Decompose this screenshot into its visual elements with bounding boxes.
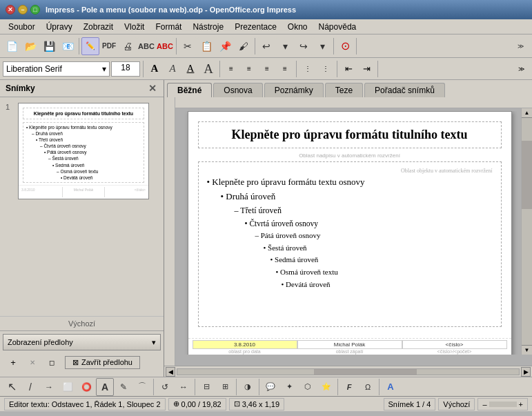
copy-button[interactable]: 📋 <box>197 37 215 55</box>
slide-canvas[interactable]: Klepněte pro úpravu formátu titulního te… <box>188 111 512 355</box>
draw-sep6 <box>379 379 380 395</box>
italic-button[interactable]: A <box>164 61 181 77</box>
textbox-button[interactable]: A <box>382 378 400 396</box>
line-button[interactable]: / <box>21 378 39 396</box>
special-button[interactable]: Ω <box>359 378 377 396</box>
tab-teze[interactable]: Teze <box>325 83 363 97</box>
paste-button[interactable]: 📌 <box>216 37 234 55</box>
minimize-button[interactable]: – <box>18 5 28 14</box>
freehand-button[interactable]: ✎ <box>115 378 132 396</box>
tab-bezne[interactable]: Běžné <box>167 83 212 97</box>
slide-thumb-1[interactable]: 1 Klepněte pro úpravu formátu titulního … <box>6 103 158 199</box>
more-button[interactable]: ≫ <box>511 37 529 55</box>
redo-button[interactable]: ↪ <box>295 37 313 55</box>
menu-prezentace[interactable]: Prezentace <box>229 21 282 33</box>
bullets-button[interactable]: ⋮ <box>317 61 334 77</box>
flowchart-button[interactable]: ⬡ <box>299 378 317 396</box>
font-name-select[interactable]: Liberation Serif ▾ <box>3 61 110 77</box>
more-fmt-button[interactable]: ≫ <box>513 61 529 77</box>
target-button[interactable]: ⊙ <box>336 37 354 55</box>
email-button[interactable]: 📧 <box>59 37 77 55</box>
rotate-button[interactable]: ↺ <box>156 378 174 396</box>
scroll-thumb-v[interactable] <box>522 141 532 209</box>
template-view-button[interactable]: ◻ <box>43 353 61 371</box>
align-right-button[interactable]: ≡ <box>259 61 275 77</box>
callout-button[interactable]: 💬 <box>262 378 279 396</box>
text-button[interactable]: A <box>96 378 114 396</box>
rectangle-button[interactable]: ⬜ <box>59 378 77 396</box>
tab-poradac[interactable]: Pořadač snímků <box>364 83 445 97</box>
zoom-increase-icon[interactable]: + <box>519 400 523 408</box>
scroll-thumb-h[interactable] <box>314 369 417 375</box>
save-button[interactable]: 💾 <box>40 37 58 55</box>
decrease-indent-button[interactable]: ⇤ <box>340 61 357 77</box>
font-size-select[interactable]: 18 <box>111 61 140 77</box>
underline-button[interactable]: A <box>182 61 199 77</box>
menu-nastroje[interactable]: Nástroje <box>187 21 229 33</box>
align-center-button[interactable]: ≡ <box>241 61 257 77</box>
format-paintbrush-button[interactable]: 🖌 <box>235 37 253 55</box>
menu-format[interactable]: Formát <box>150 21 187 33</box>
zoom-decrease-icon[interactable]: – <box>482 400 486 408</box>
slide-number: 1 <box>6 103 14 111</box>
slide-title[interactable]: Klepněte pro úpravu formátu titulního te… <box>198 121 502 148</box>
close-template-button[interactable]: ⊠ Zavřít předlohu <box>65 356 140 369</box>
print-button[interactable]: 🖨 <box>119 37 137 55</box>
align-justify-button[interactable]: ≡ <box>277 61 293 77</box>
menu-napoveda[interactable]: Nápověda <box>313 21 362 33</box>
scroll-down-arrow[interactable]: ▼ <box>522 345 532 355</box>
template-delete-button[interactable]: ✕ <box>23 353 41 371</box>
arrow-button[interactable]: → <box>40 378 58 396</box>
align-left-button[interactable]: ≡ <box>223 61 239 77</box>
content-line-8: • Osmá úroveň textu <box>276 266 493 279</box>
template-add-button[interactable]: + <box>4 353 22 371</box>
align-button[interactable]: ⊟ <box>197 378 215 396</box>
close-button[interactable]: ✕ <box>6 5 15 14</box>
scroll-up-arrow[interactable]: ▲ <box>522 108 532 118</box>
spellcheck-button[interactable]: ABC <box>137 37 155 55</box>
fontwork-button[interactable]: F <box>340 378 358 396</box>
tab-osnova[interactable]: Osnova <box>213 83 262 97</box>
redo-list-button[interactable]: ▾ <box>313 37 331 55</box>
open-button[interactable]: 📂 <box>21 37 39 55</box>
menu-soubor[interactable]: Soubor <box>3 21 41 33</box>
autocorrect-button[interactable]: ABC <box>156 37 174 55</box>
menu-vlozit[interactable]: Vložit <box>119 21 150 33</box>
scroll-right-arrow[interactable]: ▶ <box>521 367 531 377</box>
edit-button[interactable]: ✏️ <box>81 37 99 55</box>
strikethrough-button[interactable]: A <box>200 61 217 77</box>
group-button[interactable]: ⊞ <box>216 378 234 396</box>
numbering-button[interactable]: ⋮ <box>299 61 316 77</box>
templates-dropdown[interactable]: Zobrazení předlohy ▾ <box>3 334 161 350</box>
increase-indent-button[interactable]: ⇥ <box>358 61 375 77</box>
stars-button[interactable]: ⭐ <box>317 378 335 396</box>
ellipse-button[interactable]: ⭕ <box>77 378 95 396</box>
zoom-status[interactable]: – + <box>477 398 528 410</box>
preview-content: • Klepněte pro úpravu formátu textu osno… <box>23 122 144 183</box>
undo-button[interactable]: ↩ <box>257 37 275 55</box>
maximize-button[interactable]: □ <box>30 5 40 14</box>
symbol-shapes-button[interactable]: ✦ <box>280 378 298 396</box>
shadow-button[interactable]: ◑ <box>239 378 257 396</box>
slides-close-icon[interactable]: ✕ <box>147 83 158 94</box>
window-title: Impress - Pole a menu (soubor na web).od… <box>46 6 296 14</box>
font-name-value: Liberation Serif <box>6 64 62 74</box>
scroll-left-arrow[interactable]: ◀ <box>166 367 175 377</box>
menu-zobrazit[interactable]: Zobrazit <box>78 21 119 33</box>
new-button[interactable]: 📄 <box>3 37 21 55</box>
footer-date: 3.8.2010 oblast pro data <box>193 340 297 354</box>
curve-button[interactable]: ⌒ <box>133 378 151 396</box>
bold-button[interactable]: A <box>146 61 163 77</box>
window-controls[interactable]: ✕ – □ <box>6 5 40 14</box>
undo-list-button[interactable]: ▾ <box>276 37 294 55</box>
slide-footer: 3.8.2010 oblast pro data Michal Polák ob… <box>188 338 511 355</box>
vertical-scrollbar[interactable]: ▲ ▼ <box>521 108 532 355</box>
tab-poznamky[interactable]: Poznámky <box>264 83 324 97</box>
menu-okno[interactable]: Okno <box>282 21 313 33</box>
slide-content-box[interactable]: Oblast objektu v automatickém rozvržení … <box>198 161 502 327</box>
menu-upravy[interactable]: Úpravy <box>41 21 78 33</box>
flip-button[interactable]: ↔ <box>175 378 193 396</box>
select-button[interactable]: ↖ <box>3 378 21 396</box>
cut-button[interactable]: ✂ <box>179 37 197 55</box>
pdf-button[interactable]: PDF <box>100 37 118 55</box>
